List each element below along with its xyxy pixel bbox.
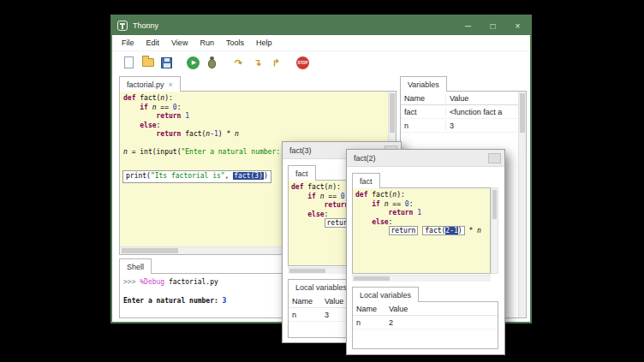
menu-bar: FileEditViewRunToolsHelp — [112, 35, 530, 51]
variables-rows: fact<function fact an3 — [401, 105, 518, 133]
table-row[interactable]: n3 — [401, 119, 518, 133]
column-header-value[interactable]: Value — [385, 305, 498, 313]
scrollbar-thumb[interactable] — [354, 276, 390, 281]
open-file-button[interactable] — [140, 55, 156, 71]
maximize-button[interactable]: □ — [480, 16, 505, 35]
run-icon: ▶ — [187, 56, 200, 69]
fact2-titlebar[interactable]: fact(2) — [347, 150, 504, 167]
code-line: return 1 — [355, 209, 490, 218]
minimize-button[interactable]: ─ — [456, 16, 480, 35]
fact2-close-button[interactable] — [488, 153, 501, 163]
menu-item-view[interactable]: View — [165, 39, 194, 47]
titlebar[interactable]: Thonny ─ □ × — [112, 16, 530, 35]
code-line: def fact(n): — [123, 94, 396, 104]
table-row[interactable]: fact<function fact a — [401, 105, 518, 119]
window-title: Thonny — [133, 21, 158, 30]
fact2-vscrollbar[interactable] — [491, 187, 498, 274]
new-file-icon — [124, 56, 134, 68]
fact3-local-variables-tab[interactable]: Local variables — [288, 279, 355, 294]
tab-label: factorial.py — [127, 80, 164, 89]
fact2-local-variables-table: Name Value n2 — [352, 301, 498, 349]
table-cell: n — [353, 318, 385, 327]
column-header-name[interactable]: Name — [353, 305, 385, 313]
thonny-logo-icon — [117, 21, 128, 31]
tab-label: Local variables — [360, 291, 411, 300]
tab-label: Variables — [408, 80, 439, 89]
fact2-code-view[interactable]: def fact(n): if n == 0: return 1 else: r… — [352, 187, 491, 274]
table-header: Name Value — [353, 302, 498, 316]
fact2-code: def fact(n): if n == 0: return 1 else: r… — [353, 188, 490, 236]
step-out-button[interactable]: ↱ — [268, 55, 284, 71]
table-cell: 2 — [385, 318, 498, 327]
focused-statement-code: print("Its factorial is", fact(3)) — [126, 172, 268, 181]
table-cell: n — [401, 122, 445, 130]
open-folder-icon — [142, 58, 154, 67]
tab-variables[interactable]: Variables — [400, 76, 447, 92]
column-header-value[interactable]: Value — [445, 94, 518, 103]
caption-buttons: ─ □ × — [456, 16, 530, 35]
menu-item-help[interactable]: Help — [250, 39, 278, 47]
scrollbar-thumb[interactable] — [520, 93, 525, 133]
fact2-hscrollbar[interactable] — [352, 275, 491, 282]
menu-item-tools[interactable]: Tools — [220, 39, 250, 47]
desktop: Thonny ─ □ × FileEditViewRunToolsHelp ▶ … — [0, 0, 644, 362]
code-line: return fact(2-1) * n — [355, 227, 490, 236]
dialog-title: fact(3) — [289, 146, 312, 155]
variables-vscrollbar[interactable] — [518, 92, 526, 317]
stop-button[interactable]: STOP — [295, 55, 311, 71]
table-header: Name Value — [401, 92, 518, 105]
code-line: return fact(n-1) * n — [123, 130, 396, 139]
menu-item-file[interactable]: File — [116, 39, 140, 47]
code-line: else: — [123, 122, 396, 131]
close-button[interactable]: × — [505, 16, 530, 35]
fact2-local-variables-tab[interactable]: Local variables — [352, 287, 419, 302]
save-icon — [161, 57, 172, 68]
menu-item-edit[interactable]: Edit — [140, 39, 166, 47]
scrollbar-thumb[interactable] — [492, 190, 497, 219]
table-cell: 3 — [445, 122, 518, 130]
fact2-local-rows: n2 — [353, 316, 498, 329]
scrollbar-thumb[interactable] — [122, 248, 178, 253]
tab-label: fact — [295, 169, 308, 178]
new-file-button[interactable] — [121, 55, 137, 71]
menu-item-run[interactable]: Run — [194, 39, 220, 47]
tab-factorial-py[interactable]: factorial.py × — [119, 76, 181, 92]
step-over-icon: ↷ — [235, 58, 242, 68]
fact2-tab-fact[interactable]: fact — [352, 173, 380, 188]
tab-label: Shell — [127, 263, 144, 271]
code-line: def fact(n): — [355, 191, 490, 200]
table-cell: fact — [401, 108, 445, 116]
step-into-icon: ↴ — [253, 58, 261, 68]
step-out-icon: ↱ — [272, 58, 280, 68]
table-cell: <function fact a — [445, 108, 518, 116]
scrollbar-thumb[interactable] — [289, 269, 325, 273]
debug-button[interactable] — [204, 55, 220, 71]
code-line: print("Its factorial is", fact(3)) — [126, 172, 268, 181]
tab-label: fact — [360, 177, 373, 186]
stop-icon: STOP — [296, 56, 309, 69]
code-line: return 1 — [123, 112, 396, 122]
step-over-button[interactable]: ↷ — [230, 55, 247, 71]
tab-close-icon[interactable]: × — [169, 80, 173, 89]
toolbar: ▶ ↷ ↴ ↱ STOP — [112, 51, 530, 74]
tab-shell[interactable]: Shell — [119, 258, 152, 274]
code-line: if n == 0: — [123, 104, 396, 113]
save-button[interactable] — [158, 55, 175, 71]
fact2-dialog: fact(2) fact def fact(n): if n == 0: ret… — [346, 149, 505, 355]
fact3-tab-fact[interactable]: fact — [288, 165, 316, 181]
dialog-title: fact(2) — [354, 154, 376, 163]
column-header-name[interactable]: Name — [289, 297, 321, 306]
run-button[interactable]: ▶ — [185, 55, 201, 71]
code-line: if n == 0: — [355, 200, 490, 210]
table-cell: n — [289, 311, 321, 319]
debug-bug-icon — [208, 59, 216, 68]
tab-label: Local variables — [295, 283, 347, 292]
step-into-button[interactable]: ↴ — [249, 55, 265, 71]
column-header-name[interactable]: Name — [401, 94, 445, 103]
scrollbar-thumb[interactable] — [390, 93, 395, 133]
focused-statement-box: print("Its factorial is", fact(3)) — [122, 170, 271, 183]
table-row[interactable]: n2 — [353, 316, 498, 329]
